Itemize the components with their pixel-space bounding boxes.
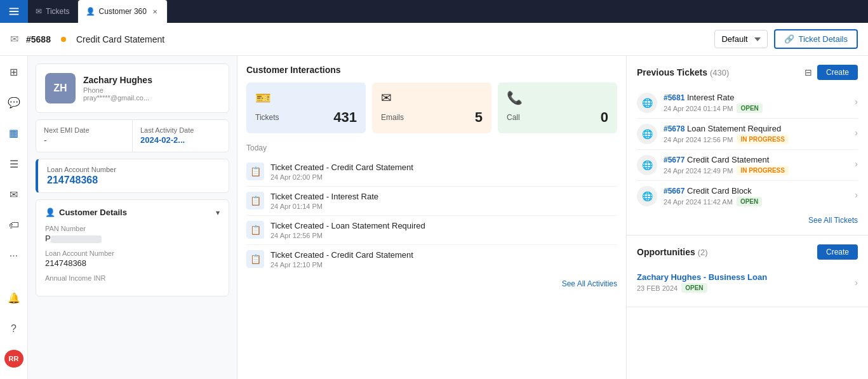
today-label: Today (246, 143, 617, 152)
opportunity-item[interactable]: Zachary Hughes - Business Loan 23 FEB 20… (637, 267, 858, 298)
activity-list: 📋 Ticket Created - Credit Card Statement… (246, 157, 617, 274)
sidebar-grid-icon[interactable]: ▦ (4, 124, 24, 143)
annual-income-label: Annual Income INR (45, 274, 220, 282)
ticket-item-name: Interest Rate (687, 93, 734, 102)
create-opportunity-button[interactable]: Create (817, 244, 858, 260)
customer-avatar: ZH (45, 73, 76, 103)
sidebar-message-icon[interactable]: ✉ (4, 185, 24, 204)
ticket-chevron-icon[interactable]: › (855, 186, 858, 200)
sidebar-home-icon[interactable]: ⊞ (4, 62, 24, 81)
see-all-activities-button[interactable]: See All Activities (562, 279, 617, 288)
tab-close-button[interactable]: ✕ (150, 7, 159, 16)
opportunity-date: 23 FEB 2024 (637, 284, 678, 292)
ticket-item[interactable]: 🌐 #5681 Interest Rate 24 Apr 2024 01:14 … (637, 88, 858, 119)
ticket-item-id: #5678 (664, 124, 684, 133)
opportunities-actions: Create (817, 244, 858, 260)
ticket-status-badge: IN PROGRESS (737, 135, 788, 144)
ticket-chevron-icon[interactable]: › (855, 155, 858, 169)
left-panel: ZH Zachary Hughes Phone pray*****@gmail.… (28, 56, 237, 379)
sidebar-more-icon[interactable]: ··· (4, 246, 24, 265)
ticket-status-badge: IN PROGRESS (737, 166, 788, 175)
activity-time: 24 Apr 01:14 PM (270, 203, 378, 210)
customer360-tab-label: Customer 360 (99, 7, 147, 16)
ticket-item-info: #5677 Credit Card Statement 24 Apr 2024 … (664, 155, 848, 175)
loan-account-detail-label: Loan Account Number (45, 249, 220, 257)
ticket-item-meta: 24 Apr 2024 12:56 PM IN PROGRESS (664, 135, 848, 144)
activity-time: 24 Apr 02:00 PM (270, 173, 413, 181)
ticket-card-icon: 🎫 (255, 90, 357, 105)
ticket-subject: Credit Card Statement (76, 34, 164, 44)
customer-details-section: 👤 Customer Details ▾ PAN Number P Loan A… (36, 199, 229, 296)
tab-customer360[interactable]: 👤 Customer 360 ✕ (78, 0, 168, 23)
pan-number-value: P (45, 234, 220, 243)
pan-number-field: PAN Number P (45, 225, 220, 243)
activity-item: 📋 Ticket Created - Loan Statement Requir… (246, 216, 617, 245)
sidebar-list-icon[interactable]: ☰ (4, 154, 24, 173)
annual-income-field: Annual Income INR (45, 274, 220, 282)
tickets-count: 431 (333, 109, 357, 126)
ticket-item-name: Credit Card Statement (687, 155, 769, 164)
ticket-chevron-icon[interactable]: › (855, 93, 858, 107)
ticket-item[interactable]: 🌐 #5667 Credit Card Block 24 Apr 2024 11… (637, 181, 858, 211)
see-all-tickets-button[interactable]: See All Tickets (808, 216, 858, 225)
user-avatar[interactable]: RR (4, 350, 23, 368)
ticket-status-badge: OPEN (737, 197, 762, 206)
customer360-tab-icon: 👤 (86, 7, 95, 16)
ticket-details-button[interactable]: 🔗 Ticket Details (774, 29, 858, 49)
customer-details-title: 👤 Customer Details (45, 208, 127, 217)
sidebar-chat-icon[interactable]: 💬 (4, 93, 24, 112)
sidebar-help-icon[interactable]: ? (4, 319, 24, 338)
customer-details-chevron[interactable]: ▾ (216, 208, 220, 217)
tab-tickets[interactable]: ✉ Tickets (28, 0, 78, 23)
ticket-item-meta: 24 Apr 2024 11:42 AM OPEN (664, 197, 848, 206)
pan-number-label: PAN Number (45, 225, 220, 232)
sidebar-tag-icon[interactable]: 🏷 (4, 215, 24, 234)
loan-account-value: 214748368 (47, 175, 220, 186)
customer-details-header: 👤 Customer Details ▾ (45, 208, 220, 217)
app-logo (0, 0, 28, 23)
email-card-icon: ✉ (381, 90, 483, 105)
opportunities-section: Opportunities (2) Create Zachary Hughes … (627, 236, 868, 307)
ticket-item-datetime: 24 Apr 2024 11:42 AM (664, 198, 733, 206)
main-layout: ⊞ 💬 ▦ ☰ ✉ 🏷 ··· 🔔 ? RR ZH Zachary Hughes… (0, 56, 868, 379)
last-activity-box: Last Activity Date 2024-02-2... (133, 120, 229, 152)
loan-account-detail-field: Loan Account Number 214748368 (45, 249, 220, 268)
interaction-cards: 🎫 Tickets 431 ✉ Emails 5 📞 (246, 83, 617, 133)
activity-icon: 📋 (246, 221, 264, 239)
customer-phone-label: Phone (83, 86, 152, 94)
activity-icon: 📋 (246, 192, 264, 209)
opportunity-list: Zachary Hughes - Business Loan 23 FEB 20… (637, 267, 858, 298)
activity-info: Ticket Created - Loan Statement Required… (270, 221, 425, 239)
sidebar-bell-icon[interactable]: 🔔 (4, 288, 24, 307)
activity-time: 24 Apr 12:10 PM (270, 261, 413, 269)
top-bar: ✉ Tickets 👤 Customer 360 ✕ (0, 0, 868, 23)
next-emi-box: Next EMI Date - (36, 120, 133, 152)
ticket-chevron-icon[interactable]: › (855, 124, 858, 138)
emails-card-row: Emails 5 (381, 109, 483, 126)
customer-card: ZH Zachary Hughes Phone pray*****@gmail.… (36, 63, 229, 113)
filter-icon[interactable]: ⊟ (805, 67, 812, 77)
opportunity-chevron-icon[interactable]: › (855, 277, 858, 288)
opportunity-name: Zachary Hughes - Business Loan (637, 272, 767, 282)
pan-masked (51, 236, 102, 243)
loan-account-label: Loan Account Number (47, 166, 220, 173)
middle-panel: Customer Interactions 🎫 Tickets 431 ✉ Em… (237, 56, 627, 379)
customer-email: pray*****@gmail.co... (83, 94, 152, 102)
ticket-globe-icon: 🌐 (637, 155, 657, 175)
activity-info: Ticket Created - Interest Rate 24 Apr 01… (270, 192, 378, 210)
ticket-item[interactable]: 🌐 #5678 Loan Statement Required 24 Apr 2… (637, 119, 858, 150)
last-activity-label: Last Activity Date (140, 126, 221, 134)
create-ticket-button[interactable]: Create (817, 65, 858, 80)
activity-title: Ticket Created - Credit Card Statement (270, 163, 413, 172)
see-all-tickets-container: See All Tickets (637, 211, 858, 226)
ticket-item[interactable]: 🌐 #5677 Credit Card Statement 24 Apr 202… (637, 150, 858, 181)
ticket-item-name: Credit Card Block (687, 186, 752, 196)
emails-count: 5 (475, 109, 483, 126)
see-all-activities-container: See All Activities (246, 274, 617, 288)
tickets-tab-icon: ✉ (36, 7, 42, 16)
default-select[interactable]: Default (714, 30, 768, 48)
calls-interaction-card: 📞 Call 0 (498, 83, 617, 133)
ticket-item-info: #5678 Loan Statement Required 24 Apr 202… (664, 124, 848, 144)
loan-account-detail-value: 214748368 (45, 258, 220, 268)
next-emi-label: Next EMI Date (44, 126, 124, 134)
